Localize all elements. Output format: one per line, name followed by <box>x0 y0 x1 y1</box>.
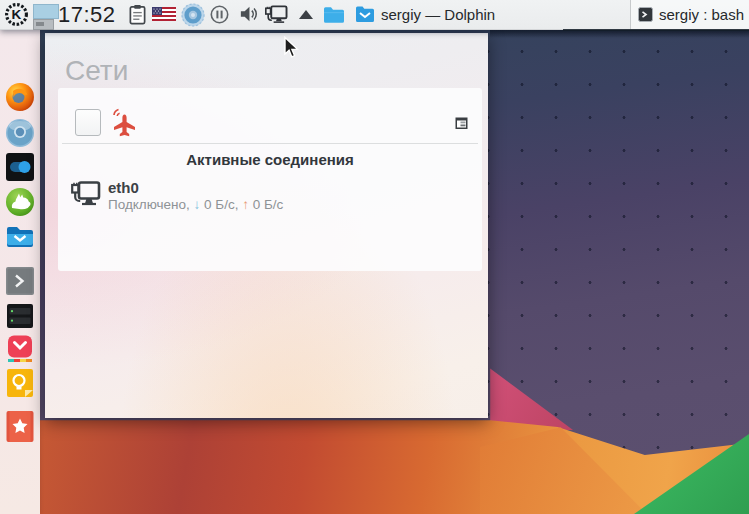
top-panel: K 17:52 <box>0 0 749 30</box>
download-rate: 0 Б/с, <box>200 197 242 212</box>
clock[interactable]: 17:52 <box>58 0 116 29</box>
dolphin-folder-icon[interactable] <box>5 224 35 254</box>
terminal-chevron-icon[interactable] <box>5 266 35 296</box>
ethernet-icon <box>70 179 101 217</box>
virtual-desktop-pager[interactable] <box>33 3 58 27</box>
bash-task[interactable]: sergiy : bash <box>630 0 749 29</box>
active-connections-header: Активные соединения <box>58 151 482 168</box>
clipboard-icon[interactable] <box>128 4 147 29</box>
upload-rate: 0 Б/с <box>249 197 283 212</box>
connection-status: Подключено, ↓ 0 Б/с, ↑ 0 Б/с <box>108 197 283 212</box>
amule-icon[interactable] <box>5 187 35 217</box>
connection-item-eth0[interactable]: eth0 Подключено, ↓ 0 Б/с, ↑ 0 Б/с <box>58 176 482 224</box>
connection-name: eth0 <box>108 179 139 196</box>
firefox-icon[interactable] <box>5 82 35 112</box>
kde-launcher-icon[interactable]: K <box>4 2 29 31</box>
chromium-icon[interactable] <box>5 118 35 148</box>
dolphin-task-icon[interactable] <box>355 5 375 27</box>
pocket-icon[interactable] <box>5 334 35 364</box>
desktop: K 17:52 <box>0 0 749 514</box>
wunderlist-icon[interactable] <box>5 410 35 443</box>
upload-arrow-icon: ↑ <box>242 197 249 212</box>
pause-media-icon[interactable] <box>210 5 229 28</box>
network-list-panel: Активные соединения eth0 Подключено, ↓ 0… <box>58 88 482 271</box>
folder-widget-icon[interactable] <box>323 6 345 27</box>
toggle-settings-icon[interactable] <box>5 152 35 182</box>
configure-connections-button[interactable] <box>455 116 468 129</box>
tray-expander-arrow-icon[interactable] <box>299 10 313 19</box>
network-popup: Сети Активные соединения <box>45 33 488 418</box>
volume-icon[interactable] <box>238 4 259 28</box>
server-icon[interactable] <box>5 301 35 331</box>
airplane-mode-checkbox[interactable] <box>75 109 101 136</box>
desktop-2-thumbnail[interactable] <box>33 19 54 30</box>
network-tray-icon[interactable] <box>264 4 289 29</box>
divider <box>62 143 478 144</box>
bash-task-label: sergiy : bash <box>659 0 744 29</box>
desktop-1-thumbnail[interactable] <box>33 4 59 19</box>
mouse-cursor <box>283 36 299 63</box>
airplane-mode-icon <box>110 107 137 142</box>
status-text: Подключено, <box>108 197 194 212</box>
popup-title: Сети <box>65 55 128 87</box>
window-top-edge <box>563 29 749 31</box>
keyboard-layout-us-flag-icon[interactable] <box>152 7 176 25</box>
svg-text:K: K <box>12 7 22 22</box>
updates-disc-icon[interactable] <box>181 3 205 31</box>
left-dock-panel <box>0 29 40 514</box>
dolphin-task-label[interactable]: sergiy — Dolphin <box>381 0 495 29</box>
bash-task-icon <box>638 7 653 26</box>
google-keep-icon[interactable] <box>5 368 35 398</box>
